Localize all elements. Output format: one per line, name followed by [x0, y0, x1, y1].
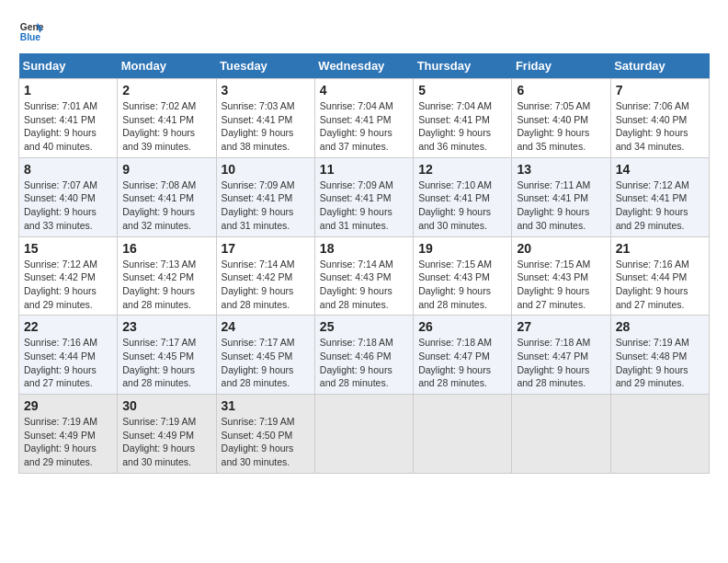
day-info: Sunrise: 7:03 AMSunset: 4:41 PMDaylight:…	[222, 99, 310, 154]
day-number: 1	[24, 83, 112, 98]
day-cell	[610, 395, 709, 474]
day-info: Sunrise: 7:04 AMSunset: 4:41 PMDaylight:…	[418, 99, 506, 154]
day-cell: 5 Sunrise: 7:04 AMSunset: 4:41 PMDayligh…	[414, 79, 512, 158]
day-info: Sunrise: 7:09 AMSunset: 4:41 PMDaylight:…	[320, 178, 408, 233]
day-info: Sunrise: 7:17 AMSunset: 4:45 PMDaylight:…	[222, 336, 310, 390]
column-header-thursday: Thursday	[414, 53, 512, 79]
week-row-4: 22 Sunrise: 7:16 AMSunset: 4:44 PMDaylig…	[19, 316, 710, 395]
day-cell: 2 Sunrise: 7:02 AMSunset: 4:41 PMDayligh…	[118, 79, 216, 158]
day-info: Sunrise: 7:17 AMSunset: 4:45 PMDaylight:…	[122, 336, 210, 390]
day-info: Sunrise: 7:15 AMSunset: 4:43 PMDaylight:…	[517, 258, 605, 312]
day-number: 30	[122, 398, 210, 413]
logo: General Blue	[18, 18, 48, 44]
day-cell: 22 Sunrise: 7:16 AMSunset: 4:44 PMDaylig…	[19, 316, 118, 395]
column-header-saturday: Saturday	[610, 53, 709, 79]
day-info: Sunrise: 7:11 AMSunset: 4:41 PMDaylight:…	[517, 178, 605, 233]
day-cell: 29 Sunrise: 7:19 AMSunset: 4:49 PMDaylig…	[19, 395, 118, 474]
day-cell: 7 Sunrise: 7:06 AMSunset: 4:40 PMDayligh…	[610, 79, 709, 158]
day-info: Sunrise: 7:16 AMSunset: 4:44 PMDaylight:…	[24, 336, 112, 390]
day-cell	[512, 395, 610, 474]
calendar-table: SundayMondayTuesdayWednesdayThursdayFrid…	[18, 53, 710, 474]
day-cell: 6 Sunrise: 7:05 AMSunset: 4:40 PMDayligh…	[512, 79, 610, 158]
day-cell: 8 Sunrise: 7:07 AMSunset: 4:40 PMDayligh…	[19, 157, 118, 236]
day-number: 2	[122, 83, 210, 98]
day-info: Sunrise: 7:12 AMSunset: 4:41 PMDaylight:…	[616, 178, 704, 233]
day-info: Sunrise: 7:18 AMSunset: 4:47 PMDaylight:…	[517, 336, 605, 390]
day-info: Sunrise: 7:08 AMSunset: 4:41 PMDaylight:…	[122, 178, 210, 233]
day-cell: 24 Sunrise: 7:17 AMSunset: 4:45 PMDaylig…	[216, 316, 314, 395]
day-number: 6	[517, 83, 605, 98]
day-cell: 16 Sunrise: 7:13 AMSunset: 4:42 PMDaylig…	[118, 236, 216, 316]
week-row-3: 15 Sunrise: 7:12 AMSunset: 4:42 PMDaylig…	[19, 236, 710, 316]
column-header-monday: Monday	[118, 53, 216, 79]
day-cell: 27 Sunrise: 7:18 AMSunset: 4:47 PMDaylig…	[512, 316, 610, 395]
week-row-5: 29 Sunrise: 7:19 AMSunset: 4:49 PMDaylig…	[19, 395, 710, 474]
week-row-1: 1 Sunrise: 7:01 AMSunset: 4:41 PMDayligh…	[19, 79, 710, 158]
day-number: 27	[517, 319, 605, 334]
day-number: 3	[222, 83, 310, 98]
day-cell: 26 Sunrise: 7:18 AMSunset: 4:47 PMDaylig…	[414, 316, 512, 395]
day-cell: 28 Sunrise: 7:19 AMSunset: 4:48 PMDaylig…	[610, 316, 709, 395]
day-info: Sunrise: 7:02 AMSunset: 4:41 PMDaylight:…	[122, 99, 210, 154]
day-number: 23	[122, 319, 210, 334]
day-cell: 9 Sunrise: 7:08 AMSunset: 4:41 PMDayligh…	[118, 157, 216, 236]
day-info: Sunrise: 7:19 AMSunset: 4:48 PMDaylight:…	[616, 336, 704, 390]
day-number: 15	[24, 241, 112, 256]
day-cell: 11 Sunrise: 7:09 AMSunset: 4:41 PMDaylig…	[314, 157, 413, 236]
day-info: Sunrise: 7:05 AMSunset: 4:40 PMDaylight:…	[517, 99, 605, 154]
day-cell: 23 Sunrise: 7:17 AMSunset: 4:45 PMDaylig…	[118, 316, 216, 395]
day-number: 31	[222, 398, 310, 413]
day-info: Sunrise: 7:16 AMSunset: 4:44 PMDaylight:…	[616, 258, 704, 312]
day-cell: 12 Sunrise: 7:10 AMSunset: 4:41 PMDaylig…	[414, 157, 512, 236]
day-number: 18	[320, 241, 408, 256]
day-info: Sunrise: 7:06 AMSunset: 4:40 PMDaylight:…	[616, 99, 704, 154]
day-number: 25	[320, 319, 408, 334]
day-number: 17	[222, 241, 310, 256]
day-cell: 18 Sunrise: 7:14 AMSunset: 4:43 PMDaylig…	[314, 236, 413, 316]
day-info: Sunrise: 7:19 AMSunset: 4:49 PMDaylight:…	[24, 415, 112, 469]
day-number: 11	[320, 162, 408, 177]
day-info: Sunrise: 7:18 AMSunset: 4:47 PMDaylight:…	[418, 336, 506, 390]
day-number: 29	[24, 398, 112, 413]
day-number: 24	[222, 319, 310, 334]
column-header-wednesday: Wednesday	[314, 53, 413, 79]
day-cell: 13 Sunrise: 7:11 AMSunset: 4:41 PMDaylig…	[512, 157, 610, 236]
column-header-tuesday: Tuesday	[216, 53, 314, 79]
day-number: 20	[517, 241, 605, 256]
day-cell: 1 Sunrise: 7:01 AMSunset: 4:41 PMDayligh…	[19, 79, 118, 158]
calendar-header-row: SundayMondayTuesdayWednesdayThursdayFrid…	[19, 53, 710, 79]
day-cell: 4 Sunrise: 7:04 AMSunset: 4:41 PMDayligh…	[314, 79, 413, 158]
day-info: Sunrise: 7:13 AMSunset: 4:42 PMDaylight:…	[122, 258, 210, 312]
day-cell: 30 Sunrise: 7:19 AMSunset: 4:49 PMDaylig…	[118, 395, 216, 474]
day-info: Sunrise: 7:12 AMSunset: 4:42 PMDaylight:…	[24, 258, 112, 312]
day-cell: 3 Sunrise: 7:03 AMSunset: 4:41 PMDayligh…	[216, 79, 314, 158]
day-info: Sunrise: 7:19 AMSunset: 4:49 PMDaylight:…	[122, 415, 210, 469]
page-header: General Blue	[18, 18, 710, 44]
day-cell: 17 Sunrise: 7:14 AMSunset: 4:42 PMDaylig…	[216, 236, 314, 316]
day-number: 4	[320, 83, 408, 98]
day-number: 9	[122, 162, 210, 177]
svg-text:Blue: Blue	[20, 32, 41, 42]
day-cell: 31 Sunrise: 7:19 AMSunset: 4:50 PMDaylig…	[216, 395, 314, 474]
day-info: Sunrise: 7:15 AMSunset: 4:43 PMDaylight:…	[418, 258, 506, 312]
day-info: Sunrise: 7:09 AMSunset: 4:41 PMDaylight:…	[222, 178, 310, 233]
column-header-sunday: Sunday	[19, 53, 118, 79]
day-number: 19	[418, 241, 506, 256]
day-cell: 10 Sunrise: 7:09 AMSunset: 4:41 PMDaylig…	[216, 157, 314, 236]
day-number: 13	[517, 162, 605, 177]
day-number: 21	[616, 241, 704, 256]
day-number: 22	[24, 319, 112, 334]
day-number: 10	[222, 162, 310, 177]
day-info: Sunrise: 7:14 AMSunset: 4:42 PMDaylight:…	[222, 258, 310, 312]
day-cell	[314, 395, 413, 474]
week-row-2: 8 Sunrise: 7:07 AMSunset: 4:40 PMDayligh…	[19, 157, 710, 236]
day-number: 14	[616, 162, 704, 177]
logo-icon: General Blue	[18, 18, 44, 44]
day-number: 28	[616, 319, 704, 334]
day-cell	[414, 395, 512, 474]
day-number: 26	[418, 319, 506, 334]
day-number: 12	[418, 162, 506, 177]
day-info: Sunrise: 7:07 AMSunset: 4:40 PMDaylight:…	[24, 178, 112, 233]
day-info: Sunrise: 7:14 AMSunset: 4:43 PMDaylight:…	[320, 258, 408, 312]
day-info: Sunrise: 7:04 AMSunset: 4:41 PMDaylight:…	[320, 99, 408, 154]
